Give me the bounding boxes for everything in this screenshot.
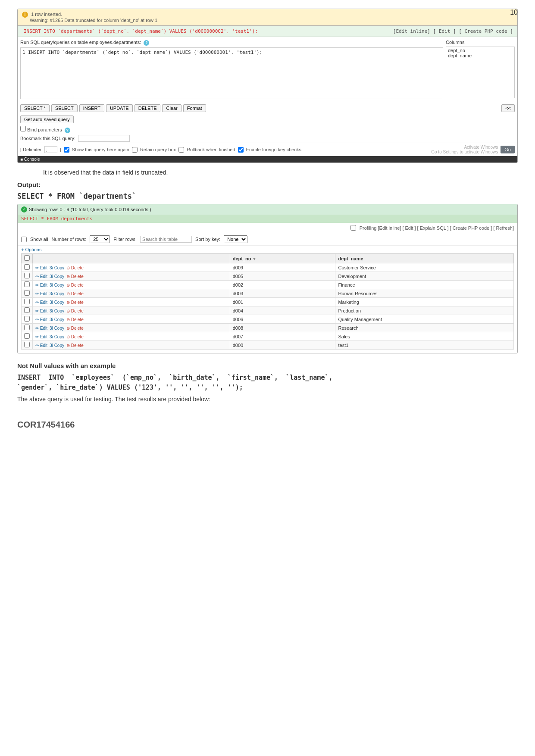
copy-link[interactable]: 3i Copy — [50, 334, 64, 339]
options-link[interactable]: + Options — [18, 246, 517, 253]
table-row: ✏ Edit 3i Copy ⊖ Delete d006Quality Mana… — [22, 315, 514, 324]
delete-link[interactable]: ⊖ Delete — [66, 266, 84, 270]
copy-link[interactable]: 3i Copy — [50, 266, 64, 270]
number-of-rows-select[interactable]: 25 50 100 — [90, 235, 110, 243]
bind-params-help-icon[interactable]: ? — [65, 128, 70, 133]
get-auto-saved-button[interactable]: Get auto-saved query — [20, 116, 74, 123]
row-actions: ✏ Edit 3i Copy ⊖ Delete — [33, 332, 230, 341]
bookmark-input[interactable] — [78, 135, 130, 142]
edit-link[interactable]: ✏ Edit — [35, 283, 47, 287]
table-row: ✏ Edit 3i Copy ⊖ Delete d000test1 — [22, 341, 514, 350]
query-textarea[interactable]: 1 INSERT INTO `departments` (`dept_no`, … — [20, 47, 443, 99]
copy-link[interactable]: 3i Copy — [50, 291, 64, 296]
copy-link[interactable]: 3i Copy — [50, 317, 64, 322]
sql-bar: INSERT INTO `departments` (`dept_no`, `d… — [18, 26, 517, 37]
delete-link[interactable]: ⊖ Delete — [66, 274, 84, 279]
format-button[interactable]: Format — [183, 104, 206, 112]
edit-link[interactable]: ✏ Edit — [35, 300, 47, 305]
show-rows-bar: Show all Number of rows: 25 50 100 Filte… — [18, 233, 517, 246]
rollback-checkbox[interactable] — [178, 147, 184, 153]
query-right: Columns dept_no dept_name — [446, 40, 515, 100]
show-all-label: Show all — [30, 237, 48, 242]
help-icon[interactable]: ? — [144, 40, 149, 46]
row-checkbox[interactable] — [24, 325, 30, 330]
cell-dept-no: d006 — [230, 315, 335, 324]
retain-checkbox[interactable] — [132, 147, 138, 153]
delete-link[interactable]: ⊖ Delete — [66, 309, 84, 313]
row-checkbox[interactable] — [24, 333, 30, 339]
edit-link[interactable]: ✏ Edit — [35, 274, 47, 279]
select-star-button[interactable]: SELECT * — [20, 104, 50, 112]
query-left: Run SQL query/queries on table employees… — [20, 40, 443, 100]
bind-params-checkbox[interactable] — [20, 126, 26, 131]
row-checkbox[interactable] — [24, 299, 30, 304]
show-again-label: Show this query here again — [72, 147, 129, 152]
select-heading: SELECT * FROM `departments` — [17, 192, 518, 200]
copy-link[interactable]: 3i Copy — [50, 309, 64, 313]
row-checkbox[interactable] — [24, 342, 30, 347]
query-area: Run SQL query/queries on table employees… — [18, 37, 517, 103]
edit-link[interactable]: ✏ Edit — [35, 317, 47, 322]
copy-link[interactable]: 3i Copy — [50, 283, 64, 287]
row-actions: ✏ Edit 3i Copy ⊖ Delete — [33, 315, 230, 324]
row-checkbox[interactable] — [24, 273, 30, 278]
row-actions: ✏ Edit 3i Copy ⊖ Delete — [33, 272, 230, 281]
delete-link[interactable]: ⊖ Delete — [66, 343, 84, 348]
filter-rows-input[interactable] — [140, 236, 192, 243]
profiling-links[interactable]: Profiling [Edit inline] [ Edit ] [ Expla… — [360, 225, 514, 231]
row-checkbox[interactable] — [24, 264, 30, 270]
delete-link[interactable]: ⊖ Delete — [66, 326, 84, 331]
edit-link[interactable]: ✏ Edit — [35, 343, 47, 348]
delete-link[interactable]: ⊖ Delete — [66, 334, 84, 339]
clear-button[interactable]: Clear — [162, 104, 181, 112]
row-checkbox[interactable] — [24, 307, 30, 313]
insert-button[interactable]: INSERT — [79, 104, 104, 112]
footer-code: COR17454166 — [17, 420, 518, 430]
foreign-key-checkbox[interactable] — [238, 147, 244, 153]
show-again-checkbox[interactable] — [64, 147, 69, 153]
row-checkbox[interactable] — [24, 281, 30, 287]
row-actions: ✏ Edit 3i Copy ⊖ Delete — [33, 306, 230, 315]
results-panel: ✓ Showing rows 0 - 9 (10 total, Query to… — [17, 204, 518, 353]
rollback-label: Rollback when finished — [187, 147, 235, 152]
cell-dept-name: Research — [335, 324, 514, 332]
check-icon: ✓ — [21, 206, 27, 212]
edit-link[interactable]: ✏ Edit — [35, 291, 47, 296]
update-button[interactable]: UPDATE — [106, 104, 133, 112]
th-dept-no[interactable]: dept_no ▼ — [230, 254, 335, 263]
go-button[interactable]: Go — [501, 146, 515, 153]
edit-link[interactable]: ✏ Edit — [35, 334, 47, 339]
delete-link[interactable]: ⊖ Delete — [66, 300, 84, 305]
delimiter-label: [ Delimiter — [20, 147, 42, 152]
delete-link[interactable]: ⊖ Delete — [66, 317, 84, 322]
collapse-button[interactable]: << — [501, 104, 515, 112]
delete-link[interactable]: ⊖ Delete — [66, 283, 84, 287]
table-area: dept_no ▼ dept_name ✏ Edit 3i Copy ⊖ Del… — [18, 253, 517, 353]
select-button[interactable]: SELECT — [51, 104, 78, 112]
profiling-checkbox[interactable] — [350, 225, 356, 231]
row-actions: ✏ Edit 3i Copy ⊖ Delete — [33, 324, 230, 332]
copy-link[interactable]: 3i Copy — [50, 343, 64, 348]
row-checkbox[interactable] — [24, 316, 30, 322]
row-checkbox[interactable] — [24, 290, 30, 296]
console-bar[interactable]: ■ Console — [18, 156, 517, 162]
edit-link[interactable]: ✏ Edit — [35, 309, 47, 313]
copy-link[interactable]: 3i Copy — [50, 326, 64, 331]
delimiter-input[interactable] — [44, 146, 57, 153]
delete-button[interactable]: DELETE — [135, 104, 161, 112]
copy-link[interactable]: 3i Copy — [50, 300, 64, 305]
delete-link[interactable]: ⊖ Delete — [66, 291, 84, 296]
show-all-checkbox[interactable] — [21, 237, 27, 242]
copy-link[interactable]: 3i Copy — [50, 274, 64, 279]
bind-params-row: Bind parameters ? — [18, 125, 517, 134]
edit-link[interactable]: ✏ Edit — [35, 266, 47, 270]
sort-by-select[interactable]: None — [224, 235, 247, 243]
cell-dept-no: d004 — [230, 306, 335, 315]
select-all-checkbox[interactable] — [24, 255, 30, 261]
row-actions: ✏ Edit 3i Copy ⊖ Delete — [33, 298, 230, 306]
th-dept-name[interactable]: dept_name — [335, 254, 514, 263]
th-actions — [33, 254, 230, 263]
edit-link[interactable]: ✏ Edit — [35, 326, 47, 331]
options-anchor[interactable]: + Options — [21, 247, 41, 252]
sql-links[interactable]: [Edit inline] [ Edit ] [ Create PHP code… — [393, 28, 513, 34]
